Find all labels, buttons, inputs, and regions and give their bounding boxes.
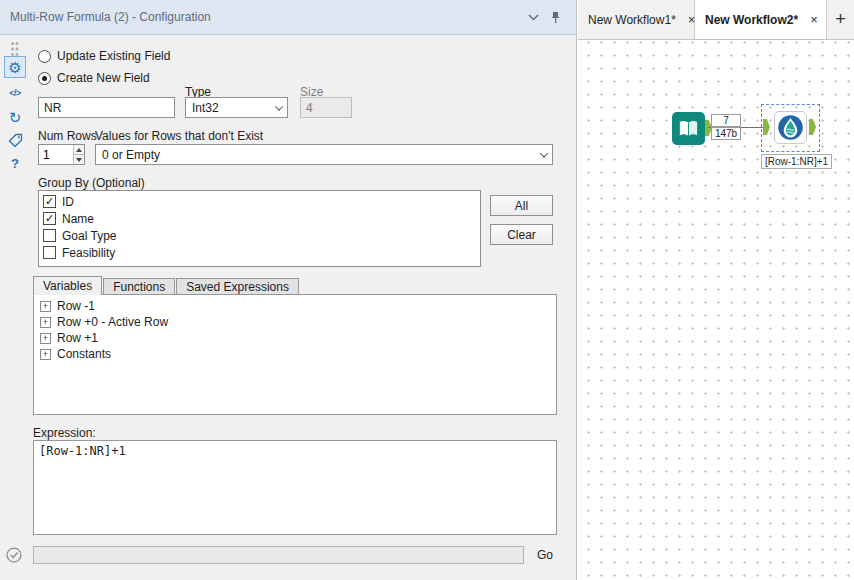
workflow-panel: New Workflow1* × New Workflow2* × + 7 14… xyxy=(578,0,854,580)
footer-input-bar[interactable] xyxy=(33,546,524,564)
checkbox-unchecked-icon[interactable] xyxy=(43,229,56,242)
expand-plus-icon[interactable]: + xyxy=(40,333,51,344)
screen: { "config_panel": { "title": "Multi-Row … xyxy=(0,0,854,580)
workflow-canvas[interactable]: 7 147b [Row-1:NR]+1 xyxy=(578,40,854,580)
clear-button[interactable]: Clear xyxy=(490,224,553,245)
help-button[interactable]: ? xyxy=(4,152,26,174)
tree-item[interactable]: + Row +0 - Active Row xyxy=(36,314,554,330)
tree-item[interactable]: + Row -1 xyxy=(36,298,554,314)
close-icon[interactable]: × xyxy=(810,12,818,27)
tree-item-label: Row -1 xyxy=(57,299,95,313)
stepper-up-button[interactable] xyxy=(74,145,84,154)
group-by-item-label: Feasibility xyxy=(62,246,115,260)
tool-annotation[interactable]: [Row-1:NR]+1 xyxy=(761,154,832,169)
gear-icon: ⚙ xyxy=(8,60,21,75)
help-icon: ? xyxy=(11,156,19,171)
expression-tabbar: Variables Functions Saved Expressions xyxy=(33,276,300,295)
chevron-down-icon xyxy=(528,14,539,21)
tab-functions[interactable]: Functions xyxy=(103,278,175,294)
tag-icon xyxy=(8,133,23,148)
num-rows-value[interactable] xyxy=(39,145,73,164)
checkbox-unchecked-icon[interactable] xyxy=(43,246,56,259)
tab-saved-expressions[interactable]: Saved Expressions xyxy=(176,278,299,294)
radio-create-new[interactable]: Create New Field xyxy=(38,71,150,85)
tab-workflow1[interactable]: New Workflow1* × xyxy=(578,0,695,39)
field-name-input[interactable] xyxy=(38,97,175,118)
radio-update-existing-label: Update Existing Field xyxy=(57,49,170,63)
tab-workflow1-label: New Workflow1* xyxy=(588,13,676,27)
tree-item-label: Row +1 xyxy=(57,331,98,345)
refresh-icon: ↻ xyxy=(9,110,22,125)
tab-workflow2[interactable]: New Workflow2* × xyxy=(695,0,827,39)
plus-icon: + xyxy=(835,9,846,30)
values-select[interactable]: 0 or Empty xyxy=(95,144,553,165)
stepper-down-button[interactable] xyxy=(74,154,84,164)
radio-icon[interactable] xyxy=(38,50,51,63)
chevron-down-icon xyxy=(271,98,287,117)
refresh-tab-button[interactable]: ↻ xyxy=(4,106,26,128)
values-select-value: 0 or Empty xyxy=(96,148,536,162)
tool-options-strip: ⚙ </> ↻ ? xyxy=(0,35,30,580)
workflow-tabbar: New Workflow1* × New Workflow2* × + xyxy=(578,0,854,40)
code-icon: </> xyxy=(9,88,21,98)
radio-update-existing[interactable]: Update Existing Field xyxy=(38,49,170,63)
triangle-up-icon xyxy=(76,148,82,152)
expand-plus-icon[interactable]: + xyxy=(40,349,51,360)
num-rows-stepper[interactable] xyxy=(38,144,85,165)
stepper-buttons xyxy=(73,145,84,164)
checkbox-checked-icon[interactable]: ✓ xyxy=(43,212,56,225)
group-by-item[interactable]: ✓ Name xyxy=(39,210,480,227)
panel-title: Multi-Row Formula (2) - Configuration xyxy=(10,10,522,24)
configuration-header: Multi-Row Formula (2) - Configuration xyxy=(0,0,576,35)
checkbox-checked-icon[interactable]: ✓ xyxy=(43,195,56,208)
connection-size-badge: 147b xyxy=(711,127,741,140)
tree-item[interactable]: + Row +1 xyxy=(36,330,554,346)
pin-panel-button[interactable] xyxy=(544,6,566,28)
tab-workflow2-label: New Workflow2* xyxy=(705,13,798,27)
all-button[interactable]: All xyxy=(490,195,553,216)
status-check-icon xyxy=(6,547,22,563)
configuration-panel: Multi-Row Formula (2) - Configuration ⚙ … xyxy=(0,0,577,580)
group-by-item-label: Goal Type xyxy=(62,229,116,243)
expression-label: Expression: xyxy=(33,426,96,440)
num-rows-label: Num Rows xyxy=(38,129,97,143)
text-input-tool[interactable] xyxy=(672,112,705,145)
chevron-down-icon xyxy=(536,145,552,164)
radio-create-new-label: Create New Field xyxy=(57,71,150,85)
expand-plus-icon[interactable]: + xyxy=(40,317,51,328)
type-select[interactable]: Int32 xyxy=(185,97,288,118)
tree-item-label: Row +0 - Active Row xyxy=(57,315,168,329)
tab-variables[interactable]: Variables xyxy=(33,276,102,295)
group-by-item[interactable]: ✓ ID xyxy=(39,193,480,210)
group-by-item[interactable]: Feasibility xyxy=(39,244,480,261)
go-button[interactable]: Go xyxy=(537,548,553,562)
group-by-label: Group By (Optional) xyxy=(38,176,145,190)
type-select-value: Int32 xyxy=(186,101,271,115)
radio-icon-selected[interactable] xyxy=(38,72,51,85)
group-by-item[interactable]: Goal Type xyxy=(39,227,480,244)
droplet-icon xyxy=(776,113,805,142)
new-tab-button[interactable]: + xyxy=(827,0,854,39)
group-by-item-label: Name xyxy=(62,212,94,226)
expand-plus-icon[interactable]: + xyxy=(40,301,51,312)
tree-item-label: Constants xyxy=(57,347,111,361)
expression-textarea[interactable]: [Row-1:NR]+1 xyxy=(33,440,557,535)
size-input xyxy=(300,97,352,118)
triangle-down-icon xyxy=(76,158,82,162)
pin-icon xyxy=(549,11,562,24)
collapse-panel-button[interactable] xyxy=(522,6,544,28)
annotation-tab-button[interactable]: </> xyxy=(4,82,26,104)
values-label: Values for Rows that don't Exist xyxy=(95,129,263,143)
connection-count-badge: 7 xyxy=(711,114,741,127)
group-by-item-label: ID xyxy=(62,195,74,209)
multirow-formula-tool[interactable] xyxy=(774,111,807,144)
tag-tab-button[interactable] xyxy=(4,129,26,151)
configuration-tab-button[interactable]: ⚙ xyxy=(4,56,26,78)
group-by-listbox[interactable]: ✓ ID ✓ Name Goal Type Feasibility xyxy=(38,190,481,267)
tree-item[interactable]: + Constants xyxy=(36,346,554,362)
book-icon xyxy=(677,117,700,140)
variables-tree[interactable]: + Row -1 + Row +0 - Active Row + Row +1 … xyxy=(33,294,557,415)
